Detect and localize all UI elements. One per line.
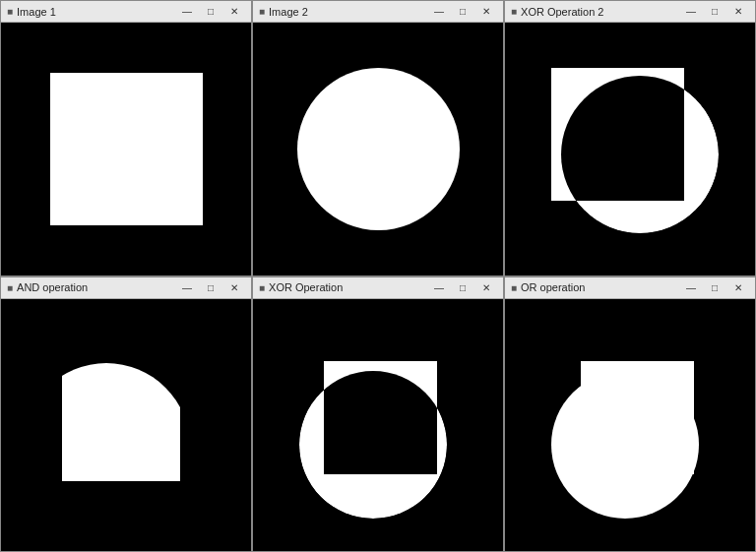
- title-controls-xor2: — □ ✕: [680, 4, 749, 20]
- window-image1: ■ Image 1 — □ ✕: [0, 0, 252, 276]
- close-btn-or[interactable]: ✕: [727, 279, 749, 295]
- maximize-btn-or[interactable]: □: [704, 279, 725, 295]
- window-icon-xor: ■: [259, 282, 265, 293]
- window-icon-or: ■: [511, 282, 517, 293]
- window-xor2: ■ XOR Operation 2 — □ ✕: [504, 0, 756, 276]
- window-icon-image2: ■: [259, 6, 265, 17]
- window-title-xor2: XOR Operation 2: [521, 6, 603, 18]
- minimize-btn-and[interactable]: —: [176, 279, 198, 295]
- square-shape: [50, 73, 203, 225]
- canvas-xor: [253, 299, 503, 552]
- canvas-or: [505, 299, 755, 552]
- window-xor: ■ XOR Operation — □ ✕: [252, 276, 504, 553]
- minimize-btn-or[interactable]: —: [680, 279, 702, 295]
- close-btn-image1[interactable]: ✕: [223, 4, 245, 20]
- titlebar-image1: ■ Image 1 — □ ✕: [1, 1, 251, 23]
- canvas-image1: [1, 23, 251, 276]
- svg-point-9: [23, 363, 190, 530]
- close-btn-image2[interactable]: ✕: [475, 4, 497, 20]
- title-controls-or: — □ ✕: [680, 279, 749, 295]
- window-icon-and: ■: [7, 282, 13, 293]
- close-btn-xor[interactable]: ✕: [475, 279, 497, 295]
- window-icon-xor2: ■: [511, 6, 517, 17]
- window-icon-image1: ■: [7, 6, 13, 17]
- window-title-or: OR operation: [521, 281, 585, 293]
- title-controls-image1: — □ ✕: [176, 4, 245, 20]
- svg-point-17: [551, 371, 699, 519]
- titlebar-and: ■ AND operation — □ ✕: [1, 277, 251, 299]
- svg-point-7: [561, 76, 719, 233]
- maximize-btn-image2[interactable]: □: [452, 4, 473, 20]
- minimize-btn-xor[interactable]: —: [428, 279, 450, 295]
- titlebar-image2: ■ Image 2 — □ ✕: [253, 1, 503, 23]
- close-btn-and[interactable]: ✕: [223, 279, 245, 295]
- close-btn-xor2[interactable]: ✕: [727, 4, 749, 20]
- titlebar-xor: ■ XOR Operation — □ ✕: [253, 277, 503, 299]
- titlebar-xor2: ■ XOR Operation 2 — □ ✕: [505, 1, 755, 23]
- or-svg: [532, 332, 728, 519]
- window-title-image1: Image 1: [17, 6, 56, 18]
- minimize-btn-image1[interactable]: —: [176, 4, 198, 20]
- window-or: ■ OR operation — □ ✕: [504, 276, 756, 553]
- svg-point-15: [299, 371, 447, 519]
- title-controls-and: — □ ✕: [176, 279, 245, 295]
- canvas-image2: [253, 23, 503, 276]
- title-controls-xor: — □ ✕: [428, 279, 497, 295]
- xor2-svg: [532, 58, 728, 240]
- window-title-xor: XOR Operation: [269, 281, 343, 293]
- xor-svg: [280, 332, 476, 519]
- maximize-btn-xor[interactable]: □: [452, 279, 473, 295]
- circle-shape: [297, 68, 460, 230]
- window-image2: ■ Image 2 — □ ✕: [252, 0, 504, 276]
- maximize-btn-xor2[interactable]: □: [704, 4, 725, 20]
- maximize-btn-image1[interactable]: □: [200, 4, 221, 20]
- minimize-btn-xor2[interactable]: —: [680, 4, 702, 20]
- canvas-and: [1, 299, 251, 552]
- minimize-btn-image2[interactable]: —: [428, 4, 450, 20]
- maximize-btn-and[interactable]: □: [200, 279, 221, 295]
- titlebar-or: ■ OR operation — □ ✕: [505, 277, 755, 299]
- window-title-and: AND operation: [17, 281, 88, 293]
- window-and: ■ AND operation — □ ✕: [0, 276, 252, 553]
- title-controls-image2: — □ ✕: [428, 4, 497, 20]
- window-title-image2: Image 2: [269, 6, 308, 18]
- canvas-xor2: [505, 23, 755, 276]
- and-svg: [32, 334, 220, 516]
